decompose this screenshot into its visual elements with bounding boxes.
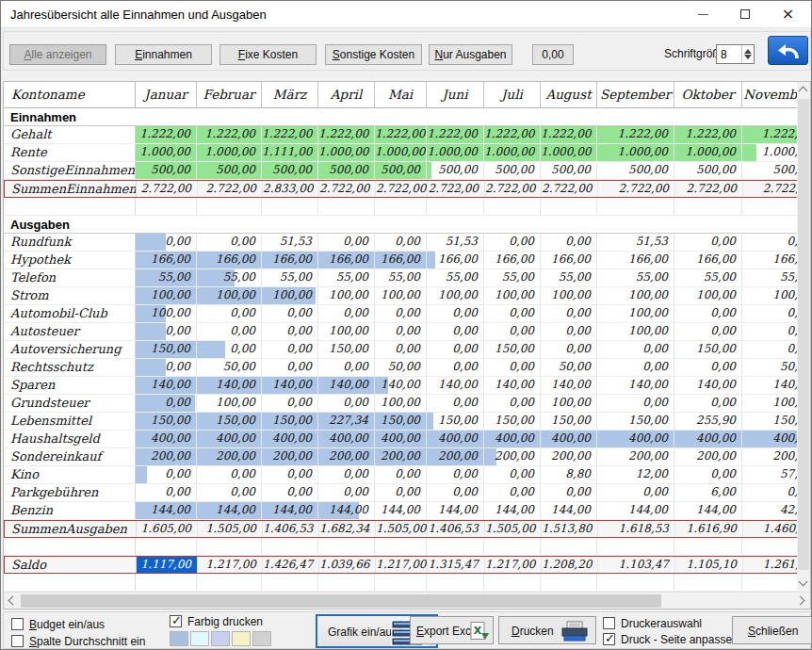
value-cell[interactable]: 500,00 — [674, 162, 742, 179]
value-cell[interactable]: 100, — [742, 395, 797, 412]
value-cell[interactable]: 0,00 — [427, 466, 484, 483]
fontsize-spinner[interactable]: 8 — [716, 44, 755, 64]
value-cell[interactable]: 200,00 — [262, 448, 318, 465]
row-name[interactable]: Haushaltsgeld — [4, 431, 136, 447]
value-cell[interactable]: 0,00 — [674, 466, 742, 483]
value-cell[interactable]: 0,00 — [484, 234, 541, 251]
value-cell[interactable]: 2.722,00 — [542, 181, 598, 197]
value-cell[interactable]: 1.505,00 — [485, 521, 542, 537]
value-cell[interactable]: 55,00 — [262, 269, 318, 286]
minimize-button[interactable] — [682, 1, 724, 27]
color-swatch-1[interactable] — [170, 631, 188, 646]
value-cell[interactable]: 500,00 — [427, 162, 484, 179]
value-cell[interactable]: 51,53 — [427, 234, 484, 251]
value-cell[interactable]: 0,00 — [674, 359, 742, 376]
row-name[interactable]: Automobil-Club — [4, 305, 136, 322]
value-cell[interactable]: 0,00 — [484, 466, 541, 483]
value-cell[interactable]: 100,00 — [597, 287, 674, 304]
value-cell[interactable]: 200,00 — [375, 448, 427, 465]
value-cell[interactable]: 57, — [742, 466, 797, 483]
value-cell[interactable]: 150,00 — [597, 413, 674, 430]
undo-button[interactable] — [768, 36, 808, 65]
row-name[interactable]: Kino — [4, 466, 136, 483]
value-cell[interactable]: 500,00 — [262, 162, 318, 179]
value-cell[interactable]: 0,00 — [484, 323, 541, 340]
value-cell[interactable]: 200,00 — [197, 448, 262, 465]
value-cell[interactable]: 400,00 — [674, 431, 742, 447]
row-name[interactable]: Telefon — [4, 269, 136, 286]
value-cell[interactable]: 0,00 — [197, 234, 262, 251]
value-cell[interactable]: 150,00 — [427, 413, 484, 430]
value-cell[interactable]: 55,00 — [541, 269, 597, 286]
value-cell[interactable]: 500,00 — [597, 162, 674, 179]
value-cell[interactable]: 400,00 — [597, 431, 674, 447]
value-cell[interactable]: 400,00 — [262, 431, 318, 447]
value-cell[interactable]: 200,00 — [318, 448, 375, 465]
value-cell[interactable]: 1.103,47 — [598, 557, 675, 573]
value-cell[interactable]: 166,00 — [262, 252, 318, 268]
value-cell[interactable]: 0,00 — [318, 359, 375, 376]
value-cell[interactable]: 144,00 — [375, 502, 427, 519]
value-cell[interactable]: 100,00 — [375, 395, 427, 412]
value-cell[interactable]: 400, — [742, 431, 797, 447]
value-cell[interactable]: 1.222,00 — [136, 126, 197, 143]
value-cell[interactable]: 200,00 — [674, 448, 742, 465]
value-cell[interactable]: 0,00 — [427, 395, 484, 412]
value-cell[interactable]: 150,00 — [136, 413, 197, 430]
value-cell[interactable]: 0,00 — [375, 466, 427, 483]
value-cell[interactable]: 255,90 — [674, 413, 742, 430]
value-cell[interactable]: 1.039,66 — [319, 557, 376, 573]
scroll-right-button[interactable] — [794, 593, 810, 609]
value-cell[interactable]: 0,00 — [318, 395, 375, 412]
horizontal-scrollbar[interactable] — [4, 592, 810, 609]
value-cell[interactable]: 1.000, — [742, 144, 797, 161]
value-cell[interactable]: 0,00 — [541, 234, 597, 251]
value-cell[interactable]: 150,00 — [318, 341, 375, 358]
row-name[interactable]: Rundfunk — [4, 234, 136, 251]
value-cell[interactable]: 0,00 — [136, 466, 197, 483]
value-cell[interactable]: 0,00 — [197, 466, 262, 483]
value-cell[interactable]: 50,00 — [197, 359, 262, 376]
value-cell[interactable]: 0,00 — [484, 484, 541, 501]
value-cell[interactable]: 140,00 — [597, 377, 674, 394]
value-cell[interactable]: 400,00 — [136, 431, 197, 447]
value-cell[interactable]: 1.261, — [743, 557, 797, 573]
value-cell[interactable]: 0,00 — [541, 341, 597, 358]
export-excel-button[interactable]: Export Excel X — [410, 616, 494, 644]
value-cell[interactable]: 0,00 — [375, 484, 427, 501]
value-cell[interactable]: 0,00 — [674, 305, 742, 322]
value-cell[interactable]: 55, — [742, 269, 797, 286]
value-cell[interactable]: 1.505,00 — [376, 521, 428, 537]
value-cell[interactable]: 1.000,00 — [136, 144, 197, 161]
einnahmen-button[interactable]: Einnahmen — [115, 44, 212, 65]
value-cell[interactable]: 100,00 — [136, 287, 197, 304]
value-cell[interactable]: 0,00 — [318, 466, 375, 483]
value-cell[interactable]: 200,00 — [541, 448, 597, 465]
value-cell[interactable]: 166,00 — [597, 252, 674, 268]
value-cell[interactable]: 0,00 — [375, 305, 427, 322]
value-cell[interactable]: 500,00 — [375, 162, 427, 179]
value-cell[interactable]: 150,00 — [262, 413, 318, 430]
value-cell[interactable]: 500,00 — [136, 162, 197, 179]
value-cell[interactable]: 1.000,00 — [427, 144, 484, 161]
value-cell[interactable]: 55,00 — [484, 269, 541, 286]
value-cell[interactable]: 500,00 — [197, 162, 262, 179]
value-cell[interactable]: 1.000,00 — [375, 144, 427, 161]
value-cell[interactable]: 140,00 — [197, 377, 262, 394]
selected-cell[interactable]: 1.117,00 — [137, 557, 198, 573]
value-cell[interactable]: 150,00 — [375, 413, 427, 430]
row-name[interactable]: Strom — [4, 287, 136, 304]
value-cell[interactable]: 150, — [742, 413, 797, 430]
value-cell[interactable]: 140,00 — [674, 377, 742, 394]
value-cell[interactable]: 150,00 — [484, 341, 541, 358]
value-cell[interactable]: 1.426,47 — [263, 557, 319, 573]
value-cell[interactable]: 0,00 — [318, 305, 375, 322]
value-cell[interactable]: 100,00 — [318, 287, 375, 304]
row-name[interactable]: Sparen — [4, 377, 136, 394]
value-cell[interactable]: 0,00 — [674, 323, 742, 340]
value-cell[interactable]: 144,00 — [541, 502, 597, 519]
value-cell[interactable]: 2.833,00 — [263, 181, 319, 197]
value-cell[interactable]: 6,00 — [674, 484, 742, 501]
value-cell[interactable]: 55,00 — [318, 269, 375, 286]
value-cell[interactable]: 1.605,00 — [137, 521, 198, 537]
